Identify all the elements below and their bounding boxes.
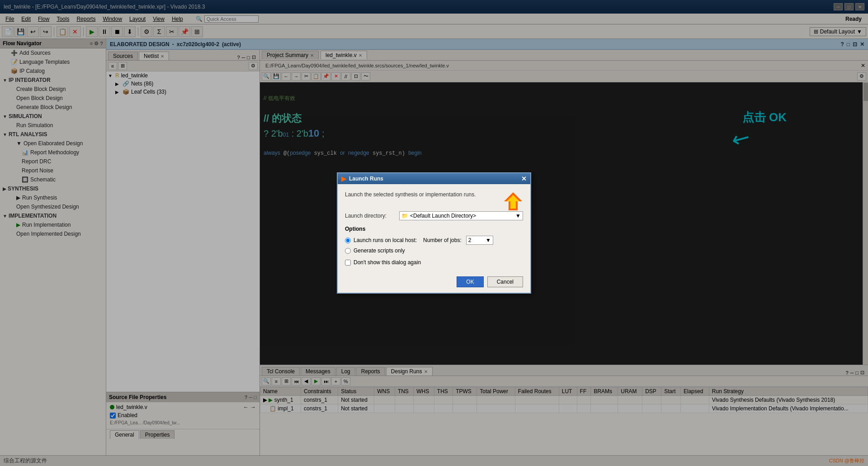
dialog-close-btn[interactable]: ✕ [521, 175, 527, 182]
dialog-title-text: Launch Runs [349, 176, 383, 182]
launch-dir-folder-icon: 📁 [401, 213, 408, 219]
dialog-footer: OK Cancel [338, 273, 530, 293]
jobs-label: Number of jobs: [423, 237, 462, 243]
vivado-logo-area [503, 191, 523, 211]
radio-local-host[interactable] [345, 238, 351, 243]
dialog-titlebar: ▶ Launch Runs ✕ [338, 173, 530, 184]
vivado-logo-svg [503, 191, 523, 211]
launch-dir-dropdown-icon[interactable]: ▼ [515, 213, 521, 219]
dialog-title-area: ▶ Launch Runs [341, 175, 383, 182]
launch-dir-select[interactable]: 📁 <Default Launch Directory> ▼ [399, 211, 523, 220]
dialog-description: Launch the selected synthesis or impleme… [345, 191, 498, 198]
dont-show-again-label: Don't show this dialog again [354, 259, 421, 266]
dialog-desc-area: Launch the selected synthesis or impleme… [345, 191, 523, 211]
modal-overlay: ▶ Launch Runs ✕ Launch the selected synt… [0, 0, 868, 466]
launch-runs-dialog: ▶ Launch Runs ✕ Launch the selected synt… [337, 172, 531, 294]
radio-local-host-row: Launch runs on local host: Number of job… [345, 236, 523, 245]
dialog-body: Launch the selected synthesis or impleme… [338, 184, 530, 273]
dont-show-again-row: Don't show this dialog again [345, 259, 523, 266]
jobs-select[interactable]: 2 ▼ [466, 236, 493, 245]
radio-local-label: Launch runs on local host: [354, 237, 417, 243]
launch-dir-label: Launch directory: [345, 213, 399, 219]
dialog-ok-btn[interactable]: OK [457, 276, 483, 287]
radio-scripts-label: Generate scripts only [354, 247, 405, 254]
dialog-options-section: Options Launch runs on local host: Numbe… [345, 226, 523, 254]
dialog-cancel-btn[interactable]: Cancel [487, 276, 523, 287]
launch-directory-field: Launch directory: 📁 <Default Launch Dire… [345, 211, 523, 220]
jobs-value: 2 [468, 237, 472, 243]
launch-dir-value: <Default Launch Directory> [408, 213, 515, 219]
radio-scripts-only-row: Generate scripts only [345, 247, 523, 254]
jobs-dropdown-icon: ▼ [486, 237, 491, 243]
dont-show-again-checkbox[interactable] [345, 260, 351, 266]
dialog-title-icon: ▶ [341, 175, 346, 182]
options-title: Options [345, 226, 523, 232]
radio-scripts-only[interactable] [345, 248, 351, 254]
